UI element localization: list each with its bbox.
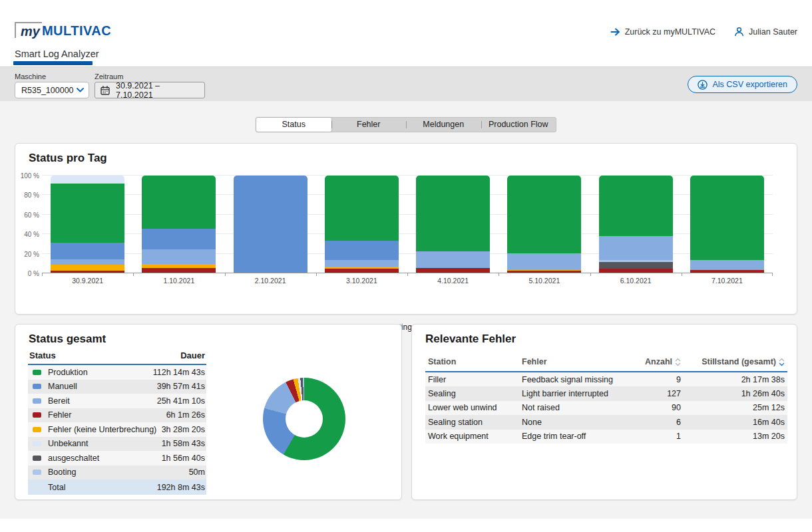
fehler-row-lower-web-unwind: Lower web unwindNot raised9025m 12s (425, 401, 787, 415)
stillstand-header-label: Stillstand (gesamt) (702, 357, 776, 366)
status-label: ausgeschaltet (48, 454, 162, 463)
bar-segment-bereit (690, 260, 764, 270)
station-cell: Lower web unwind (425, 403, 522, 412)
bar-segment-unbekannt (51, 176, 124, 184)
bar-chart-y-axis: 0 %20 %40 %60 %80 %100 % (15, 175, 39, 273)
tab-production-flow[interactable]: Production Flow (481, 118, 556, 132)
x-axis-tick-label: 7.10.2021 (682, 277, 773, 285)
total-row: Total192h 8m 43s (28, 479, 206, 495)
relevante-fehler-table: Station Fehler Anzahl Stillstand (gesamt… (425, 354, 787, 444)
period-date-range-input[interactable]: 30.9.2021 – 7.10.2021 (95, 82, 205, 98)
axis-tick (42, 273, 43, 276)
bar-chart-plot-area: 30.9.20211.10.20212.10.20213.10.20214.10… (42, 175, 773, 273)
status-column-header: Status (29, 350, 56, 360)
bar-segment-produktion (416, 176, 490, 251)
user-icon (734, 27, 744, 37)
bar-segment-manuell (234, 176, 307, 273)
bar-segment-produktion (690, 176, 764, 260)
y-axis-tick-label: 40 % (15, 231, 39, 238)
station-cell: Sealing (425, 389, 522, 398)
bar-segment-ausgeschaltet (599, 262, 673, 269)
status-duration: 50m (189, 467, 206, 477)
anzahl-cell: 90 (634, 403, 681, 412)
app-tab-smart-log-analyzer[interactable]: Smart Log Analyzer (15, 49, 99, 59)
tab-fehler[interactable]: Fehler (331, 118, 407, 132)
status-duration: 1h 58m 43s (162, 439, 206, 448)
relevante-fehler-table-header: Station Fehler Anzahl Stillstand (gesamt… (425, 354, 787, 372)
user-menu[interactable]: Julian Sauter (734, 27, 797, 37)
stillstand-cell: 1h 26m 40s (681, 389, 787, 398)
bar-segment-bereit (51, 259, 124, 265)
status-row-booting: Booting50m (28, 466, 206, 480)
bar-segment-bereit (325, 260, 399, 267)
status-label: Fehler (48, 410, 166, 420)
status-color-chip (33, 398, 41, 404)
status-duration: 39h 57m 41s (157, 382, 206, 391)
tab-status[interactable]: Status (256, 118, 331, 132)
main-content: StatusFehlerMeldungenProduction Flow Sta… (0, 101, 812, 519)
status-row-fehler: Fehler6h 1m 26s (28, 408, 206, 423)
bar-segment-produktion (325, 176, 399, 241)
machine-label: Maschine (15, 72, 46, 80)
status-duration: 1h 56m 40s (162, 454, 206, 463)
bar-segment-bereit (142, 249, 216, 264)
x-axis-tick-label: 3.10.2021 (316, 277, 407, 285)
status-duration: 6h 1m 26s (166, 410, 206, 420)
dauer-column-header: Dauer (180, 350, 205, 360)
axis-tick (133, 273, 134, 276)
donut-hole (286, 400, 323, 438)
app-tab-active-indicator (13, 61, 93, 65)
stacked-bar-5-10-2021 (507, 176, 581, 273)
bar-segment-produktion (507, 176, 581, 253)
station-column-header: Station (425, 357, 522, 366)
fehler-row-sealing: SealingLight barrier interrupted1271h 26… (425, 386, 787, 400)
x-axis-tick-label: 1.10.2021 (133, 277, 224, 285)
status-color-chip (33, 456, 41, 461)
chevron-down-icon (77, 88, 84, 92)
machine-select[interactable]: R535_100000 (15, 82, 89, 98)
period-label: Zeitraum (95, 72, 123, 80)
stillstand-column-header[interactable]: Stillstand (gesamt) (681, 357, 787, 366)
bar-segment-fehler (416, 268, 490, 273)
fehler-column-header: Fehler (522, 357, 634, 366)
status-label: Produktion (48, 368, 153, 377)
axis-tick (407, 273, 408, 276)
anzahl-column-header[interactable]: Anzahl (634, 357, 681, 366)
status-pro-tag-card: Status pro Tag 0 %20 %40 %60 %80 %100 % … (15, 143, 797, 315)
status-donut-chart (263, 378, 345, 460)
status-row-produktion: Produktion112h 14m 43s (28, 365, 206, 380)
tab-meldungen[interactable]: Meldungen (406, 118, 481, 132)
anzahl-cell: 9 (634, 375, 681, 384)
back-to-mymultivac-link[interactable]: Zurück zu myMULTIVAC (610, 27, 715, 37)
sort-desc-active-icon (779, 358, 785, 366)
y-axis-tick-label: 0 % (15, 270, 39, 277)
status-row-manuell: Manuell39h 57m 41s (28, 380, 206, 394)
user-name-label: Julian Sauter (749, 27, 797, 37)
fehler-cell: Not raised (522, 403, 634, 412)
mymultivac-logo[interactable]: my MULTIVAC (15, 22, 111, 38)
arrow-right-icon (610, 27, 620, 37)
bar-segment-manuell (325, 241, 399, 260)
x-axis-tick-label: 2.10.2021 (225, 277, 316, 285)
bar-segment-bereit (507, 253, 581, 270)
relevante-fehler-card: Relevante Fehler Station Fehler Anzahl S… (411, 324, 797, 500)
anzahl-cell: 6 (634, 418, 681, 427)
status-label: Booting (48, 467, 189, 477)
axis-tick (772, 273, 773, 276)
period-value: 30.9.2021 – 7.10.2021 (116, 81, 199, 100)
bar-segment-produktion (142, 176, 216, 229)
fehler-cell: Edge trim tear-off (522, 432, 634, 441)
export-csv-button[interactable]: Als CSV exportieren (688, 76, 797, 93)
total-label: Total (28, 483, 157, 492)
station-cell: Sealing station (425, 418, 522, 427)
sort-icon (675, 358, 681, 366)
export-csv-label: Als CSV exportieren (712, 80, 787, 89)
status-duration: 3h 28m 20s (162, 425, 206, 434)
bar-segment-manuell (142, 229, 216, 249)
status-label: Fehler (keine Unterbrechung) (48, 425, 162, 434)
stacked-bar-30-9-2021 (51, 176, 124, 273)
station-cell: Filler (425, 375, 522, 384)
logo-brand-text: MULTIVAC (42, 23, 111, 38)
fehler-row-sealing-station: Sealing stationNone616m 40s (425, 415, 787, 429)
relevante-fehler-title: Relevante Fehler (425, 332, 516, 346)
